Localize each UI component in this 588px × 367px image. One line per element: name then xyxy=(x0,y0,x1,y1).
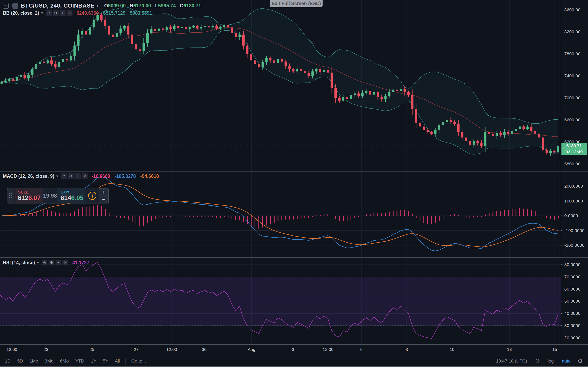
price-axis-border xyxy=(561,0,561,345)
add-icon[interactable]: + xyxy=(60,10,66,16)
settings-icon[interactable]: ⚙ xyxy=(53,10,59,16)
close-icon[interactable]: ✕ xyxy=(62,260,68,266)
range-button-1y[interactable]: 1Y xyxy=(87,359,100,364)
chevron-down-icon[interactable]: ▾ xyxy=(96,3,98,8)
time-tick[interactable]: 25 xyxy=(89,347,94,352)
range-button-6mo[interactable]: 6Mo xyxy=(57,359,72,364)
bb-value: 5983.5591 xyxy=(130,10,152,16)
settings-icon[interactable]: ⚙ xyxy=(49,260,54,266)
visibility-icon[interactable]: ⊙ xyxy=(42,260,47,266)
rsi-tick: 60.0000 xyxy=(564,287,580,292)
sell-button[interactable]: SELL 6126.07 xyxy=(15,188,43,203)
chart-canvas[interactable] xyxy=(0,0,588,367)
price-tick: 6600.00 xyxy=(564,117,580,122)
price-tick: 8600.00 xyxy=(564,7,580,12)
buy-price: 6146.05 xyxy=(61,194,86,201)
macd-tick: 0.0000 xyxy=(564,213,578,218)
time-tick[interactable]: 23 xyxy=(43,347,48,352)
date-range-group: 1D5D1Mo3Mo6MoYTD1Y5YAll xyxy=(2,359,123,364)
go-to-button[interactable]: Go to... xyxy=(128,359,150,364)
range-button-5y[interactable]: 5Y xyxy=(100,359,112,364)
bb-indicator-actions: ⊙⚙+✕ xyxy=(46,10,74,16)
pane-divider-macd-rsi[interactable] xyxy=(0,257,588,258)
close-icon[interactable]: ✕ xyxy=(82,173,87,179)
time-tick[interactable]: 27 xyxy=(134,347,138,352)
flag-icon[interactable] xyxy=(11,3,17,9)
price-tick: 8200.00 xyxy=(564,29,580,34)
chevron-down-icon[interactable]: ▾ xyxy=(56,174,58,178)
range-button-1mo[interactable]: 1Mo xyxy=(26,359,42,364)
macd-tick: 100.0000 xyxy=(564,199,583,203)
log-scale-button[interactable]: log xyxy=(544,359,558,364)
order-widget-drag-handle[interactable] xyxy=(7,188,15,203)
chart-header: BTC/USD, 240, COINBASE ▾ O6009.00H6170.0… xyxy=(3,2,205,9)
add-icon[interactable]: + xyxy=(75,173,81,179)
rsi-tick: 20.0000 xyxy=(564,335,580,340)
bb-value: 6515.7129 xyxy=(103,10,125,16)
bottom-toolbar: 1D5D1Mo3Mo6MoYTD1Y5YAll Go to... 13:47:1… xyxy=(0,356,588,366)
macd-value: -94.6618 xyxy=(140,174,159,179)
visibility-icon[interactable]: ⊙ xyxy=(61,173,67,179)
rsi-tick: 50.0000 xyxy=(564,299,580,304)
time-tick[interactable]: Aug xyxy=(248,347,255,352)
bb-indicator-values: 6249.63606515.71295983.5591 xyxy=(77,10,156,16)
macd-tick: -100.0000 xyxy=(564,228,585,233)
rsi-tick: 80.0000 xyxy=(564,262,580,267)
pane-divider-main-macd[interactable] xyxy=(0,171,588,172)
quantity-decrease-button[interactable]: − xyxy=(99,196,108,203)
auto-scale-button[interactable]: auto xyxy=(558,359,575,364)
layout-panel-icon[interactable] xyxy=(3,3,9,8)
chevron-down-icon[interactable]: ▾ xyxy=(41,11,43,15)
ohlc-item: O6009.00 xyxy=(104,3,126,8)
chevron-down-icon[interactable]: ▾ xyxy=(37,260,39,265)
range-button-all[interactable]: All xyxy=(112,359,123,364)
time-tick[interactable]: 13 xyxy=(507,347,512,352)
time-tick[interactable]: 30 xyxy=(202,347,207,352)
ohlc-item: C6130.71 xyxy=(180,3,201,8)
settings-icon[interactable]: ⚙ xyxy=(68,173,74,179)
current-price-badge: 6130.71 xyxy=(562,143,587,149)
buy-label: BUY xyxy=(61,190,86,194)
time-tick[interactable]: 6 xyxy=(360,347,363,352)
chart-application: BTC/USD, 240, COINBASE ▾ O6009.00H6170.0… xyxy=(0,0,588,367)
range-button-ytd[interactable]: YTD xyxy=(72,359,87,364)
macd-indicator-row: MACD (12, 26, close, 9) ▾ ⊙⚙+✕ -10.6660-… xyxy=(3,173,163,179)
spread-value: 19.98 xyxy=(43,188,57,203)
macd-indicator-label[interactable]: MACD (12, 26, close, 9) xyxy=(3,174,54,179)
add-icon[interactable]: + xyxy=(56,260,61,266)
bb-indicator-label[interactable]: BB (20, close, 2) xyxy=(3,10,39,16)
price-tick: 7000.00 xyxy=(564,95,580,100)
rsi-indicator-values: 41.1727 xyxy=(72,260,94,266)
macd-indicator-values: -10.6660-105.3278-94.6618 xyxy=(92,174,163,179)
rsi-value: 41.1727 xyxy=(72,260,89,266)
visibility-icon[interactable]: ⊙ xyxy=(46,10,52,16)
bb-indicator-row: BB (20, close, 2) ▾ ⊙⚙+✕ 6249.63606515.7… xyxy=(3,10,156,16)
close-icon[interactable]: ✕ xyxy=(67,10,72,16)
time-tick[interactable]: 12:00 xyxy=(7,347,17,352)
macd-tick: 200.0000 xyxy=(564,184,583,189)
time-tick[interactable]: 10 xyxy=(450,347,454,352)
ohlc-item: H6170.00 xyxy=(130,3,151,8)
symbol-title[interactable]: BTC/USD, 240, COINBASE xyxy=(21,2,95,9)
settings-gear-icon[interactable]: ⚙ xyxy=(575,358,588,365)
clock-utc[interactable]: 13:47:10 (UTC) xyxy=(496,359,527,364)
range-button-1d[interactable]: 1D xyxy=(2,359,14,364)
rsi-indicator-label[interactable]: RSI (14, close) xyxy=(3,260,35,266)
order-info-button[interactable]: i xyxy=(86,188,99,203)
buy-button[interactable]: BUY 6146.05 xyxy=(57,188,86,203)
price-tick: 7800.00 xyxy=(564,51,580,56)
time-tick[interactable]: 12:00 xyxy=(323,347,334,352)
time-tick[interactable]: 8 xyxy=(406,347,408,352)
rsi-tick: 30.0000 xyxy=(564,323,580,328)
time-tick[interactable]: 12:00 xyxy=(166,347,177,352)
ohlc-readout: O6009.00H6170.00L5995.74C6130.71 xyxy=(104,3,205,8)
bar-countdown-badge: 02:12:49 xyxy=(562,149,587,155)
percent-scale-button[interactable]: % xyxy=(531,359,544,364)
quantity-increase-button[interactable]: + xyxy=(99,188,108,196)
window-edge xyxy=(0,366,588,367)
range-button-5d[interactable]: 5D xyxy=(14,359,26,364)
time-tick[interactable]: 3 xyxy=(292,347,294,352)
ohlc-item: L5995.74 xyxy=(155,3,176,8)
range-button-3mo[interactable]: 3Mo xyxy=(42,359,57,364)
time-tick[interactable]: 15 xyxy=(552,347,557,352)
